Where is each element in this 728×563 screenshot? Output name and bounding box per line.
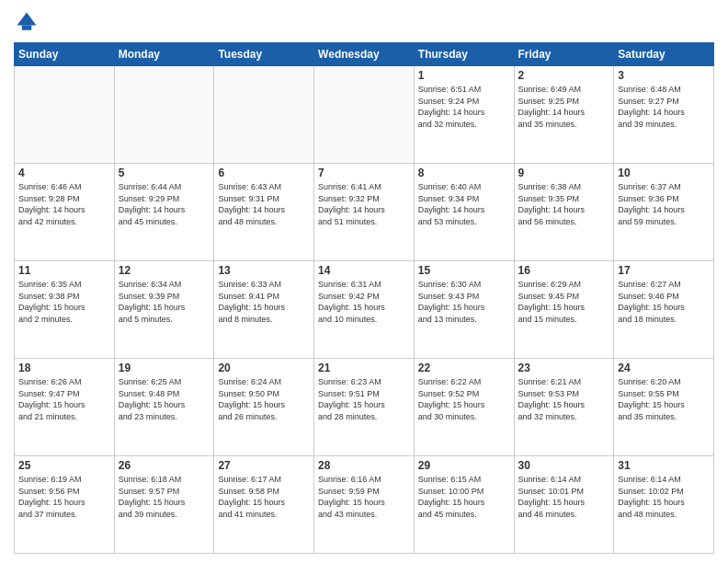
day-cell: 3Sunrise: 6:48 AMSunset: 9:27 PMDaylight…	[614, 66, 714, 164]
day-number: 21	[318, 362, 410, 374]
day-number: 27	[218, 459, 310, 472]
day-number: 2	[518, 69, 610, 82]
day-info: Sunrise: 6:16 AMSunset: 9:59 PMDaylight:…	[318, 474, 410, 520]
day-cell: 13Sunrise: 6:33 AMSunset: 9:41 PMDayligh…	[214, 261, 314, 359]
day-info: Sunrise: 6:14 AMSunset: 10:02 PMDaylight…	[618, 474, 710, 520]
day-cell: 10Sunrise: 6:37 AMSunset: 9:36 PMDayligh…	[614, 164, 714, 261]
week-row-3: 11Sunrise: 6:35 AMSunset: 9:38 PMDayligh…	[15, 261, 714, 359]
day-cell: 28Sunrise: 6:16 AMSunset: 9:59 PMDayligh…	[314, 456, 415, 554]
day-cell	[114, 66, 214, 164]
day-number: 4	[18, 167, 110, 179]
day-info: Sunrise: 6:35 AMSunset: 9:38 PMDaylight:…	[18, 279, 110, 325]
day-number: 17	[618, 264, 710, 277]
day-info: Sunrise: 6:48 AMSunset: 9:27 PMDaylight:…	[618, 84, 710, 130]
weekday-header-monday: Monday	[114, 43, 214, 66]
day-number: 16	[518, 264, 610, 277]
day-info: Sunrise: 6:46 AMSunset: 9:28 PMDaylight:…	[18, 181, 110, 227]
day-info: Sunrise: 6:20 AMSunset: 9:55 PMDaylight:…	[618, 376, 710, 422]
day-cell: 9Sunrise: 6:38 AMSunset: 9:35 PMDaylight…	[514, 164, 614, 261]
day-info: Sunrise: 6:17 AMSunset: 9:58 PMDaylight:…	[218, 474, 310, 520]
day-cell: 20Sunrise: 6:24 AMSunset: 9:50 PMDayligh…	[214, 359, 314, 456]
week-row-5: 25Sunrise: 6:19 AMSunset: 9:56 PMDayligh…	[15, 456, 714, 554]
day-number: 6	[218, 167, 310, 179]
day-number: 12	[119, 264, 210, 277]
day-cell: 23Sunrise: 6:21 AMSunset: 9:53 PMDayligh…	[514, 359, 614, 456]
logo	[14, 9, 43, 35]
day-cell: 8Sunrise: 6:40 AMSunset: 9:34 PMDaylight…	[414, 164, 514, 261]
day-number: 25	[18, 459, 110, 472]
day-info: Sunrise: 6:30 AMSunset: 9:43 PMDaylight:…	[418, 279, 510, 325]
day-info: Sunrise: 6:29 AMSunset: 9:45 PMDaylight:…	[518, 279, 610, 325]
day-info: Sunrise: 6:34 AMSunset: 9:39 PMDaylight:…	[119, 279, 210, 325]
day-number: 9	[518, 167, 610, 179]
day-number: 19	[119, 362, 210, 374]
day-cell: 30Sunrise: 6:14 AMSunset: 10:01 PMDaylig…	[514, 456, 614, 554]
day-info: Sunrise: 6:44 AMSunset: 9:29 PMDaylight:…	[119, 181, 210, 227]
day-cell: 1Sunrise: 6:51 AMSunset: 9:24 PMDaylight…	[414, 66, 514, 164]
day-info: Sunrise: 6:26 AMSunset: 9:47 PMDaylight:…	[18, 376, 110, 422]
svg-rect-1	[22, 26, 32, 30]
day-cell: 24Sunrise: 6:20 AMSunset: 9:55 PMDayligh…	[614, 359, 714, 456]
day-number: 5	[119, 167, 210, 179]
day-info: Sunrise: 6:24 AMSunset: 9:50 PMDaylight:…	[218, 376, 310, 422]
day-number: 11	[18, 264, 110, 277]
day-number: 15	[418, 264, 510, 277]
day-cell: 29Sunrise: 6:15 AMSunset: 10:00 PMDaylig…	[414, 456, 514, 554]
weekday-header-row: SundayMondayTuesdayWednesdayThursdayFrid…	[15, 43, 714, 66]
day-number: 1	[418, 69, 510, 82]
day-cell: 5Sunrise: 6:44 AMSunset: 9:29 PMDaylight…	[114, 164, 214, 261]
day-info: Sunrise: 6:14 AMSunset: 10:01 PMDaylight…	[518, 474, 610, 520]
day-number: 3	[618, 69, 710, 82]
day-cell: 22Sunrise: 6:22 AMSunset: 9:52 PMDayligh…	[414, 359, 514, 456]
day-cell: 27Sunrise: 6:17 AMSunset: 9:58 PMDayligh…	[214, 456, 314, 554]
svg-marker-0	[17, 13, 37, 26]
day-info: Sunrise: 6:43 AMSunset: 9:31 PMDaylight:…	[218, 181, 310, 227]
day-cell: 17Sunrise: 6:27 AMSunset: 9:46 PMDayligh…	[614, 261, 714, 359]
day-cell: 6Sunrise: 6:43 AMSunset: 9:31 PMDaylight…	[214, 164, 314, 261]
header	[14, 9, 714, 35]
weekday-header-saturday: Saturday	[614, 43, 714, 66]
day-cell: 31Sunrise: 6:14 AMSunset: 10:02 PMDaylig…	[614, 456, 714, 554]
day-cell	[314, 66, 415, 164]
day-number: 18	[18, 362, 110, 374]
day-info: Sunrise: 6:31 AMSunset: 9:42 PMDaylight:…	[318, 279, 410, 325]
day-cell: 21Sunrise: 6:23 AMSunset: 9:51 PMDayligh…	[314, 359, 415, 456]
day-info: Sunrise: 6:19 AMSunset: 9:56 PMDaylight:…	[18, 474, 110, 520]
day-info: Sunrise: 6:27 AMSunset: 9:46 PMDaylight:…	[618, 279, 710, 325]
day-info: Sunrise: 6:49 AMSunset: 9:25 PMDaylight:…	[518, 84, 610, 130]
day-number: 28	[318, 459, 410, 472]
week-row-4: 18Sunrise: 6:26 AMSunset: 9:47 PMDayligh…	[15, 359, 714, 456]
day-cell: 11Sunrise: 6:35 AMSunset: 9:38 PMDayligh…	[15, 261, 115, 359]
day-info: Sunrise: 6:37 AMSunset: 9:36 PMDaylight:…	[618, 181, 710, 227]
weekday-header-thursday: Thursday	[414, 43, 514, 66]
day-number: 30	[518, 459, 610, 472]
calendar-table: SundayMondayTuesdayWednesdayThursdayFrid…	[14, 42, 714, 554]
day-number: 24	[618, 362, 710, 374]
week-row-1: 1Sunrise: 6:51 AMSunset: 9:24 PMDaylight…	[15, 66, 714, 164]
day-number: 23	[518, 362, 610, 374]
day-info: Sunrise: 6:23 AMSunset: 9:51 PMDaylight:…	[318, 376, 410, 422]
day-info: Sunrise: 6:41 AMSunset: 9:32 PMDaylight:…	[318, 181, 410, 227]
day-cell: 16Sunrise: 6:29 AMSunset: 9:45 PMDayligh…	[514, 261, 614, 359]
weekday-header-tuesday: Tuesday	[214, 43, 314, 66]
day-info: Sunrise: 6:15 AMSunset: 10:00 PMDaylight…	[418, 474, 510, 520]
day-number: 10	[618, 167, 710, 179]
week-row-2: 4Sunrise: 6:46 AMSunset: 9:28 PMDaylight…	[15, 164, 714, 261]
day-cell: 15Sunrise: 6:30 AMSunset: 9:43 PMDayligh…	[414, 261, 514, 359]
day-number: 20	[218, 362, 310, 374]
day-info: Sunrise: 6:18 AMSunset: 9:57 PMDaylight:…	[119, 474, 210, 520]
day-info: Sunrise: 6:40 AMSunset: 9:34 PMDaylight:…	[418, 181, 510, 227]
page: SundayMondayTuesdayWednesdayThursdayFrid…	[0, 0, 728, 563]
day-info: Sunrise: 6:51 AMSunset: 9:24 PMDaylight:…	[418, 84, 510, 130]
day-cell: 12Sunrise: 6:34 AMSunset: 9:39 PMDayligh…	[114, 261, 214, 359]
day-cell: 2Sunrise: 6:49 AMSunset: 9:25 PMDaylight…	[514, 66, 614, 164]
day-cell: 19Sunrise: 6:25 AMSunset: 9:48 PMDayligh…	[114, 359, 214, 456]
day-number: 13	[218, 264, 310, 277]
day-cell	[15, 66, 115, 164]
day-number: 8	[418, 167, 510, 179]
weekday-header-friday: Friday	[514, 43, 614, 66]
day-cell	[214, 66, 314, 164]
day-number: 29	[418, 459, 510, 472]
day-cell: 25Sunrise: 6:19 AMSunset: 9:56 PMDayligh…	[15, 456, 115, 554]
day-info: Sunrise: 6:21 AMSunset: 9:53 PMDaylight:…	[518, 376, 610, 422]
